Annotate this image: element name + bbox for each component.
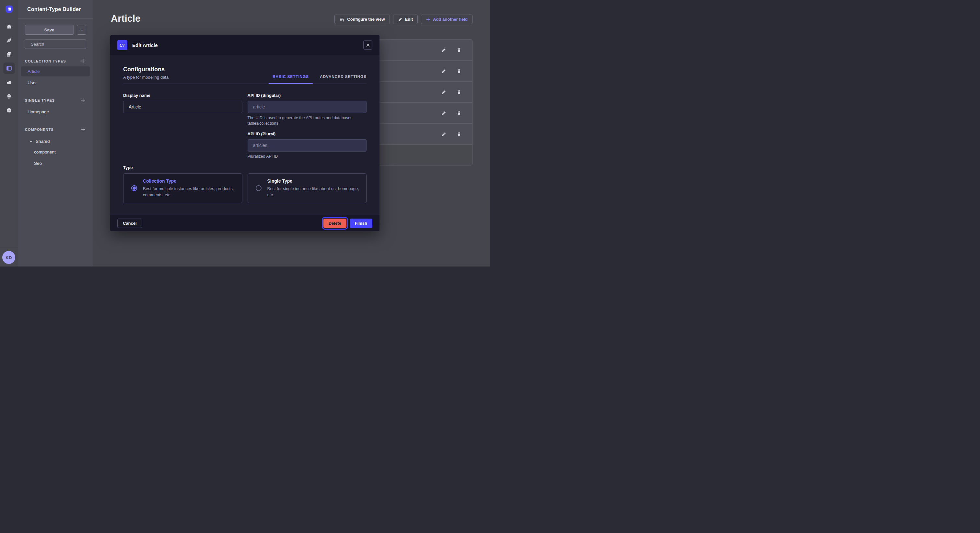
edit-field-pencil-icon[interactable] [439, 108, 449, 118]
edit-field-pencil-icon[interactable] [439, 129, 449, 139]
display-name-field: Display name [123, 93, 242, 113]
api-id-plural-helper: Pluralized API ID [248, 154, 362, 159]
marketplace-cart-icon[interactable] [3, 90, 15, 102]
edit-field-pencil-icon[interactable] [439, 87, 449, 97]
content-manager-feather-icon[interactable] [3, 35, 15, 46]
cancel-button[interactable]: Cancel [117, 219, 142, 228]
single-type-description: Best for single instance like about us, … [267, 186, 365, 198]
configure-lines-icon [339, 17, 345, 22]
delete-button-highlighted[interactable]: Delete [323, 219, 347, 228]
edit-article-modal: CT Edit Article Configurations A type fo… [110, 35, 380, 231]
content-type-badge: CT [117, 40, 127, 50]
radio-selected-icon[interactable] [131, 185, 137, 191]
single-type-option[interactable]: Single Type Best for single instance lik… [248, 173, 367, 203]
content-type-builder-icon[interactable] [3, 62, 15, 74]
modal-title: Edit Article [132, 43, 158, 48]
sidebar-search[interactable] [25, 40, 86, 49]
plugin-header: Content-Type Builder [18, 0, 93, 19]
sidebar-item-article[interactable]: Article [21, 67, 90, 76]
search-input[interactable] [31, 42, 88, 47]
home-icon[interactable] [3, 21, 15, 32]
configure-view-button[interactable]: Configure the view [334, 14, 390, 24]
sidebar-item-component[interactable]: component [21, 147, 90, 157]
pencil-icon [398, 17, 402, 22]
delete-field-trash-icon[interactable] [454, 66, 464, 76]
add-single-type-icon[interactable] [81, 98, 86, 103]
type-section-label: Type [123, 165, 366, 170]
delete-field-trash-icon[interactable] [454, 108, 464, 118]
api-id-singular-input[interactable] [248, 101, 367, 113]
api-id-plural-label: API ID (Plural) [248, 132, 367, 136]
finish-button[interactable]: Finish [350, 219, 372, 228]
edit-field-pencil-icon[interactable] [439, 45, 449, 55]
api-id-plural-field: API ID (Plural) Pluralized API ID [248, 132, 367, 159]
page-toolbar: Configure the view Edit Add another fiel… [334, 14, 473, 24]
delete-field-trash-icon[interactable] [454, 87, 464, 97]
modal-footer: Cancel Delete Finish [110, 215, 380, 231]
single-type-title: Single Type [267, 178, 365, 184]
cloud-icon[interactable] [3, 76, 15, 88]
edit-field-pencil-icon[interactable] [439, 66, 449, 76]
media-library-icon[interactable] [3, 49, 15, 60]
strapi-logo-icon [7, 7, 11, 11]
edit-button[interactable]: Edit [393, 14, 418, 24]
page-title: Article [111, 13, 141, 24]
add-collection-type-icon[interactable] [81, 59, 86, 63]
delete-field-trash-icon[interactable] [454, 129, 464, 139]
delete-field-trash-icon[interactable] [454, 45, 464, 55]
settings-tabs: BASIC SETTINGS ADVANCED SETTINGS [272, 75, 366, 80]
sidebar-item-homepage[interactable]: Homepage [21, 107, 90, 117]
configurations-title: Configurations [123, 66, 169, 73]
tab-advanced-settings[interactable]: ADVANCED SETTINGS [320, 75, 366, 79]
tab-basic-settings[interactable]: BASIC SETTINGS [272, 75, 309, 79]
sidebar-item-seo[interactable]: Seo [21, 159, 90, 168]
add-another-field-button[interactable]: Add another field [421, 14, 473, 24]
strapi-logo[interactable] [5, 5, 13, 13]
api-id-plural-input[interactable] [248, 139, 367, 152]
api-id-singular-label: API ID (Singular) [248, 93, 367, 98]
collection-type-title: Collection Type [143, 178, 241, 184]
display-name-input[interactable] [123, 101, 242, 113]
close-modal-button[interactable] [363, 40, 372, 49]
plus-icon [426, 17, 430, 22]
modal-body: Configurations A type for modeling data … [110, 66, 380, 203]
collection-type-option[interactable]: Collection Type Best for multiple instan… [123, 173, 242, 203]
api-id-singular-helper: The UID is used to generate the API rout… [248, 115, 362, 126]
sidebar-item-shared[interactable]: Shared [21, 136, 90, 146]
app-window: KD Content-Type Builder Save ⋯ COLLECTIO… [0, 0, 490, 266]
settings-gear-icon[interactable] [3, 104, 15, 116]
icon-rail: KD [0, 0, 18, 266]
avatar-initials: KD [5, 255, 12, 260]
modal-header: CT Edit Article [110, 35, 380, 55]
more-options-button[interactable]: ⋯ [77, 25, 86, 35]
api-id-singular-field: API ID (Singular) The UID is used to gen… [248, 93, 367, 126]
chevron-down-icon [29, 140, 33, 143]
section-components: COMPONENTS [25, 127, 86, 132]
configurations-subtitle: A type for modeling data [123, 75, 169, 80]
radio-unselected-icon[interactable] [256, 185, 261, 191]
save-button[interactable]: Save [25, 25, 74, 35]
plugin-title: Content-Type Builder [27, 6, 81, 12]
user-avatar[interactable]: KD [2, 251, 15, 264]
plugin-sidebar: Content-Type Builder Save ⋯ COLLECTION T… [18, 0, 93, 266]
rail-divider [0, 248, 18, 248]
close-icon [366, 43, 370, 47]
collection-type-description: Best for multiple instances like article… [143, 186, 241, 198]
sidebar-item-user[interactable]: User [21, 78, 90, 88]
section-single-types: SINGLE TYPES [25, 98, 86, 103]
section-collection-types: COLLECTION TYPES [25, 59, 86, 63]
display-name-label: Display name [123, 93, 242, 98]
add-component-icon[interactable] [81, 127, 86, 132]
